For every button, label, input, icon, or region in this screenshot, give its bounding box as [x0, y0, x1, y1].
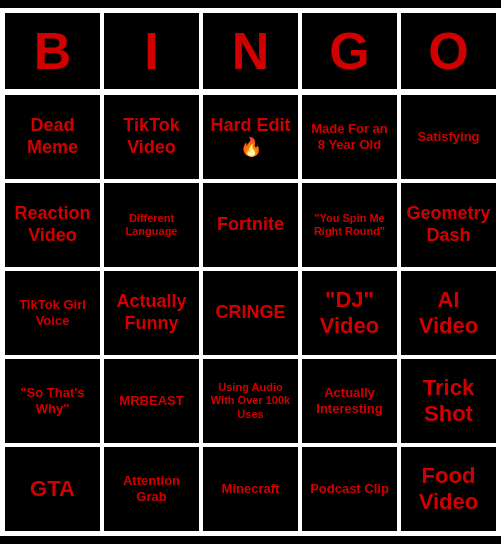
cell-text-5: Reaction Video — [9, 203, 96, 246]
letter-o: O — [399, 11, 498, 91]
letter-i: I — [102, 11, 201, 91]
cell-text-12: CRINGE — [215, 302, 285, 324]
cell-text-18: Actually Interesting — [306, 385, 393, 416]
bingo-cell-7[interactable]: Fortnite — [201, 181, 300, 269]
bingo-cell-4[interactable]: Satisfying — [399, 93, 498, 181]
cell-text-4: Satisfying — [417, 129, 479, 145]
cell-text-10: TikTok Girl Voice — [9, 297, 96, 328]
bingo-cell-8[interactable]: "You Spin Me Right Round" — [300, 181, 399, 269]
bingo-cell-14[interactable]: AI Video — [399, 269, 498, 357]
bingo-cell-2[interactable]: Hard Edit🔥 — [201, 93, 300, 181]
bingo-cell-23[interactable]: Podcast Clip — [300, 445, 399, 533]
cell-text-8: "You Spin Me Right Round" — [306, 212, 393, 238]
bingo-header: B I N G O — [3, 11, 498, 91]
bingo-cell-21[interactable]: Attention Grab — [102, 445, 201, 533]
letter-n: N — [201, 11, 300, 91]
letter-b: B — [3, 11, 102, 91]
cell-text-24: Food Video — [405, 463, 492, 516]
bingo-cell-13[interactable]: "DJ" Video — [300, 269, 399, 357]
bingo-grid: Dead MemeTikTok VideoHard Edit🔥Made For … — [3, 91, 498, 533]
bingo-cell-24[interactable]: Food Video — [399, 445, 498, 533]
cell-text-14: AI Video — [405, 287, 492, 340]
cell-text-21: Attention Grab — [108, 473, 195, 504]
cell-text-15: "So That's Why" — [9, 385, 96, 416]
bingo-cell-0[interactable]: Dead Meme — [3, 93, 102, 181]
letter-g: G — [300, 11, 399, 91]
bingo-cell-3[interactable]: Made For an 8 Year Old — [300, 93, 399, 181]
cell-text-16: MRBEAST — [119, 393, 183, 409]
bingo-cell-11[interactable]: Actually Funny — [102, 269, 201, 357]
bingo-cell-20[interactable]: GTA — [3, 445, 102, 533]
cell-text-2: Hard Edit🔥 — [207, 115, 294, 158]
cell-text-23: Podcast Clip — [310, 481, 389, 497]
cell-text-1: TikTok Video — [108, 115, 195, 158]
cell-text-0: Dead Meme — [9, 115, 96, 158]
bingo-cell-19[interactable]: Trick Shot — [399, 357, 498, 445]
cell-text-3: Made For an 8 Year Old — [306, 121, 393, 152]
bingo-cell-1[interactable]: TikTok Video — [102, 93, 201, 181]
bingo-cell-16[interactable]: MRBEAST — [102, 357, 201, 445]
bingo-cell-12[interactable]: CRINGE — [201, 269, 300, 357]
cell-text-22: Minecraft — [222, 481, 280, 497]
cell-text-17: Using Audio With Over 100k Uses — [207, 381, 294, 421]
bingo-cell-17[interactable]: Using Audio With Over 100k Uses — [201, 357, 300, 445]
bingo-cell-15[interactable]: "So That's Why" — [3, 357, 102, 445]
bingo-cell-18[interactable]: Actually Interesting — [300, 357, 399, 445]
cell-text-7: Fortnite — [217, 214, 284, 236]
cell-text-9: Geometry Dash — [405, 203, 492, 246]
bingo-cell-10[interactable]: TikTok Girl Voice — [3, 269, 102, 357]
bingo-cell-5[interactable]: Reaction Video — [3, 181, 102, 269]
cell-text-20: GTA — [30, 476, 75, 502]
cell-text-6: Different Language — [108, 212, 195, 238]
bingo-cell-22[interactable]: Minecraft — [201, 445, 300, 533]
cell-text-19: Trick Shot — [405, 375, 492, 428]
bingo-card: B I N G O Dead MemeTikTok VideoHard Edit… — [0, 8, 501, 536]
bingo-cell-6[interactable]: Different Language — [102, 181, 201, 269]
cell-text-11: Actually Funny — [108, 291, 195, 334]
cell-text-13: "DJ" Video — [306, 287, 393, 340]
bingo-cell-9[interactable]: Geometry Dash — [399, 181, 498, 269]
